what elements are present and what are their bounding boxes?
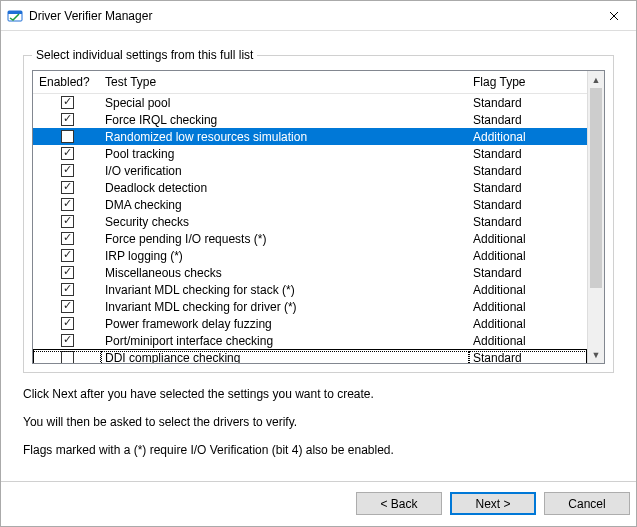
scroll-up-button[interactable]: ▲ bbox=[588, 71, 604, 88]
list-row[interactable]: I/O verificationStandard bbox=[33, 162, 587, 179]
row-checkbox[interactable] bbox=[61, 215, 74, 228]
row-checkbox[interactable] bbox=[61, 334, 74, 347]
row-test-type: Pool tracking bbox=[101, 147, 469, 161]
window-title: Driver Verifier Manager bbox=[29, 9, 591, 23]
row-flag-type: Additional bbox=[469, 249, 587, 263]
row-test-type: Randomized low resources simulation bbox=[101, 130, 469, 144]
row-flag-type: Standard bbox=[469, 198, 587, 212]
list-row[interactable]: Force IRQL checkingStandard bbox=[33, 111, 587, 128]
row-flag-type: Additional bbox=[469, 317, 587, 331]
row-flag-type: Standard bbox=[469, 215, 587, 229]
row-checkbox[interactable] bbox=[61, 113, 74, 126]
column-test-type[interactable]: Test Type bbox=[101, 75, 469, 89]
row-flag-type: Standard bbox=[469, 266, 587, 280]
row-checkbox[interactable] bbox=[61, 130, 74, 143]
row-flag-type: Standard bbox=[469, 181, 587, 195]
list-row[interactable]: Port/miniport interface checkingAddition… bbox=[33, 332, 587, 349]
back-button[interactable]: < Back bbox=[356, 492, 442, 515]
row-checkbox[interactable] bbox=[61, 283, 74, 296]
row-test-type: Invariant MDL checking for stack (*) bbox=[101, 283, 469, 297]
row-test-type: Port/miniport interface checking bbox=[101, 334, 469, 348]
settings-list[interactable]: Enabled? Test Type Flag Type Special poo… bbox=[32, 70, 605, 364]
list-row[interactable]: Invariant MDL checking for stack (*)Addi… bbox=[33, 281, 587, 298]
list-row[interactable]: Power framework delay fuzzingAdditional bbox=[33, 315, 587, 332]
row-test-type: Force pending I/O requests (*) bbox=[101, 232, 469, 246]
row-checkbox[interactable] bbox=[61, 164, 74, 177]
scroll-track[interactable] bbox=[588, 88, 604, 346]
column-flag-type[interactable]: Flag Type bbox=[469, 75, 587, 89]
next-button[interactable]: Next > bbox=[450, 492, 536, 515]
row-flag-type: Additional bbox=[469, 283, 587, 297]
list-row[interactable]: Miscellaneous checksStandard bbox=[33, 264, 587, 281]
row-checkbox[interactable] bbox=[61, 96, 74, 109]
list-row[interactable]: Invariant MDL checking for driver (*)Add… bbox=[33, 298, 587, 315]
row-test-type: Force IRQL checking bbox=[101, 113, 469, 127]
row-checkbox[interactable] bbox=[61, 266, 74, 279]
app-icon bbox=[7, 8, 23, 24]
svg-rect-1 bbox=[8, 11, 22, 14]
row-test-type: Special pool bbox=[101, 96, 469, 110]
row-test-type: Deadlock detection bbox=[101, 181, 469, 195]
column-enabled[interactable]: Enabled? bbox=[33, 75, 101, 89]
list-row[interactable]: Pool trackingStandard bbox=[33, 145, 587, 162]
row-test-type: IRP logging (*) bbox=[101, 249, 469, 263]
row-test-type: Miscellaneous checks bbox=[101, 266, 469, 280]
row-flag-type: Additional bbox=[469, 232, 587, 246]
row-checkbox[interactable] bbox=[61, 351, 74, 363]
row-flag-type: Standard bbox=[469, 351, 587, 364]
row-test-type: Power framework delay fuzzing bbox=[101, 317, 469, 331]
row-flag-type: Standard bbox=[469, 147, 587, 161]
separator bbox=[1, 481, 636, 482]
list-row[interactable]: DDI compliance checkingStandard bbox=[33, 349, 587, 363]
cancel-button[interactable]: Cancel bbox=[544, 492, 630, 515]
row-checkbox[interactable] bbox=[61, 249, 74, 262]
row-checkbox[interactable] bbox=[61, 147, 74, 160]
row-flag-type: Additional bbox=[469, 334, 587, 348]
list-row[interactable]: Force pending I/O requests (*)Additional bbox=[33, 230, 587, 247]
hint-text: Click Next after you have selected the s… bbox=[23, 387, 614, 457]
row-flag-type: Additional bbox=[469, 130, 587, 144]
list-header[interactable]: Enabled? Test Type Flag Type bbox=[33, 71, 587, 94]
vertical-scrollbar[interactable]: ▲ ▼ bbox=[587, 71, 604, 363]
row-test-type: I/O verification bbox=[101, 164, 469, 178]
wizard-buttons: < Back Next > Cancel bbox=[1, 492, 636, 521]
settings-group: Select individual settings from this ful… bbox=[23, 55, 614, 373]
scroll-down-button[interactable]: ▼ bbox=[588, 346, 604, 363]
hint-line-3: Flags marked with a (*) require I/O Veri… bbox=[23, 443, 614, 457]
row-test-type: Invariant MDL checking for driver (*) bbox=[101, 300, 469, 314]
scroll-thumb[interactable] bbox=[590, 88, 602, 288]
row-checkbox[interactable] bbox=[61, 317, 74, 330]
hint-line-2: You will then be asked to select the dri… bbox=[23, 415, 614, 429]
row-test-type: DMA checking bbox=[101, 198, 469, 212]
hint-line-1: Click Next after you have selected the s… bbox=[23, 387, 614, 401]
list-row[interactable]: Special poolStandard bbox=[33, 94, 587, 111]
close-button[interactable] bbox=[591, 1, 636, 30]
titlebar: Driver Verifier Manager bbox=[1, 1, 636, 31]
client-area: Select individual settings from this ful… bbox=[1, 31, 636, 467]
list-row[interactable]: Randomized low resources simulationAddit… bbox=[33, 128, 587, 145]
list-row[interactable]: IRP logging (*)Additional bbox=[33, 247, 587, 264]
row-test-type: DDI compliance checking bbox=[101, 351, 469, 364]
row-checkbox[interactable] bbox=[61, 198, 74, 211]
row-checkbox[interactable] bbox=[61, 232, 74, 245]
list-row[interactable]: Security checksStandard bbox=[33, 213, 587, 230]
list-row[interactable]: DMA checkingStandard bbox=[33, 196, 587, 213]
row-flag-type: Standard bbox=[469, 113, 587, 127]
row-flag-type: Additional bbox=[469, 300, 587, 314]
row-checkbox[interactable] bbox=[61, 300, 74, 313]
row-test-type: Security checks bbox=[101, 215, 469, 229]
row-checkbox[interactable] bbox=[61, 181, 74, 194]
row-flag-type: Standard bbox=[469, 96, 587, 110]
row-flag-type: Standard bbox=[469, 164, 587, 178]
list-row[interactable]: Deadlock detectionStandard bbox=[33, 179, 587, 196]
group-label: Select individual settings from this ful… bbox=[32, 48, 257, 62]
